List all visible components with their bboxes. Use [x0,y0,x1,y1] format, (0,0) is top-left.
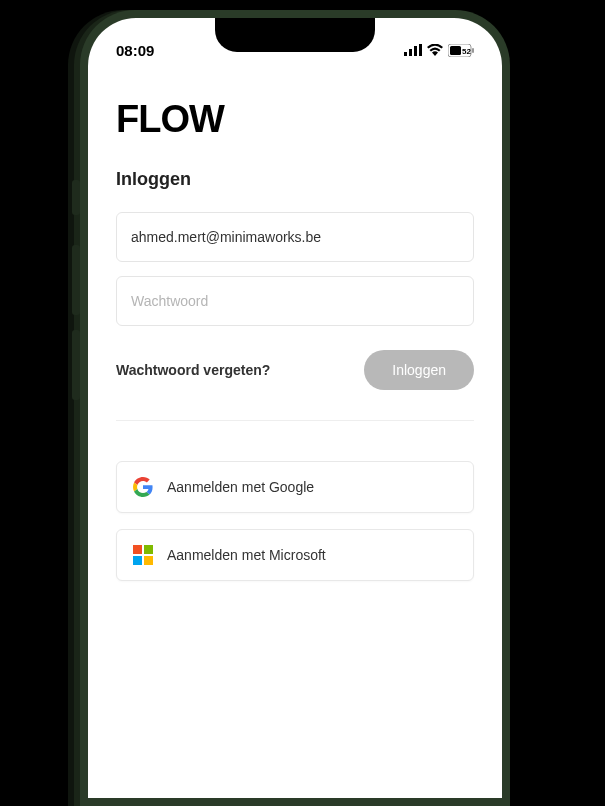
google-signin-button[interactable]: Aanmelden met Google [116,461,474,513]
microsoft-signin-label: Aanmelden met Microsoft [167,547,326,563]
microsoft-signin-button[interactable]: Aanmelden met Microsoft [116,529,474,581]
forgot-password-link[interactable]: Wachtwoord vergeten? [116,362,270,378]
login-screen: FLOW Inloggen Wachtwoord vergeten? Inlog… [88,68,502,581]
password-field[interactable] [116,276,474,326]
page-title: Inloggen [116,169,474,190]
app-logo: FLOW [116,98,474,141]
microsoft-icon [133,545,153,565]
status-icons: 52 [404,42,474,59]
status-time: 08:09 [116,42,154,59]
phone-screen: 08:09 52 FLOW Inloggen Wachtwoord verget… [88,18,502,798]
google-icon [133,477,153,497]
svg-rect-5 [450,46,461,55]
device-notch [215,18,375,52]
device-side-buttons [72,180,80,415]
svg-text:52: 52 [462,47,471,56]
svg-rect-0 [404,52,407,56]
svg-rect-1 [409,49,412,56]
wifi-icon [427,42,443,59]
battery-icon: 52 [448,44,474,57]
email-field[interactable] [116,212,474,262]
divider [116,420,474,421]
svg-rect-3 [419,44,422,56]
phone-device-frame: 08:09 52 FLOW Inloggen Wachtwoord verget… [80,10,510,806]
signal-icon [404,42,422,59]
svg-rect-2 [414,46,417,56]
svg-rect-6 [472,48,474,53]
login-button[interactable]: Inloggen [364,350,474,390]
google-signin-label: Aanmelden met Google [167,479,314,495]
